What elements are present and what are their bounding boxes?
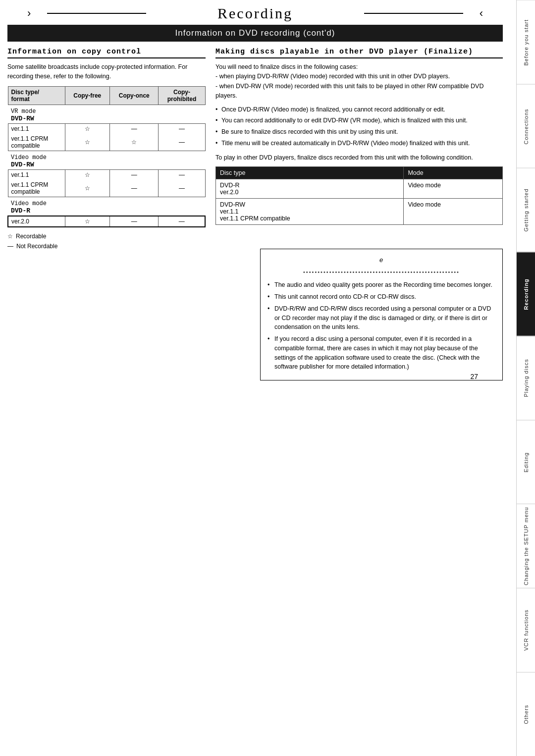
- bullet-item: Be sure to finalize discs recorded with …: [215, 127, 503, 137]
- legend-recordable-text: Recordable: [16, 231, 46, 241]
- sidebar-item-recording: Recording: [517, 252, 535, 336]
- sidebar-item-editing: Editing: [517, 420, 535, 504]
- legend-dash-symbol: —: [7, 241, 13, 251]
- title-arrow-left: ›: [27, 7, 31, 20]
- table-row: Video mode: [8, 197, 205, 207]
- disc-type-cell: DVD-RWver.1.1ver.1.1 CPRM compatible: [216, 198, 404, 224]
- finalize-title: Making discs playable in other DVD playe…: [215, 48, 503, 58]
- legend: ☆ Recordable — Not Recordable: [7, 231, 206, 252]
- col-header-disc-format: Disc type/format: [8, 86, 65, 105]
- sidebar-item-setup-menu: Changing the SETUP menu: [517, 504, 535, 588]
- col-header-copy-free: Copy-free: [65, 86, 110, 105]
- bullet-item: Title menu will be created automatically…: [215, 139, 503, 148]
- table-row: ver.1.1 ☆ — —: [8, 169, 205, 180]
- table-row: Video mode: [8, 151, 205, 161]
- copy-control-table: Disc type/format Copy-free Copy-once Cop…: [7, 86, 206, 227]
- sidebar-item-getting-started: Getting started: [517, 168, 535, 252]
- title-arrow-right: ‹: [480, 7, 483, 20]
- note-box-wrapper: e ••••••••••••••••••••••••••••••••••••••…: [260, 249, 503, 380]
- bullet-item: You can record additionally to or edit D…: [215, 116, 503, 125]
- finalize-closing-text: To play in other DVD players, finalize d…: [215, 153, 503, 162]
- table-row: ver.1.1 CPRMcompatible ☆ ☆ —: [8, 134, 205, 151]
- table-row: VR mode: [8, 105, 205, 115]
- mode-cell: Video mode: [404, 179, 503, 198]
- legend-recordable: ☆ Recordable: [7, 231, 206, 241]
- sidebar-item-playing-discs: Playing discs: [517, 336, 535, 420]
- copy-control-intro: Some satellite broadcasts include copy-p…: [7, 62, 206, 81]
- note-box-list: The audio and video quality gets poorer …: [268, 280, 495, 372]
- table-row: DVD-RWver.1.1ver.1.1 CPRM compatible Vid…: [216, 198, 503, 224]
- legend-not-recordable: — Not Recordable: [7, 241, 206, 251]
- section-header: Information on DVD recording (cont'd): [7, 25, 503, 42]
- finalize-bullets: Once DVD-R/RW (Video mode) is finalized,…: [215, 105, 503, 148]
- note-box: e ••••••••••••••••••••••••••••••••••••••…: [260, 249, 503, 380]
- note-item: If you record a disc using a personal co…: [268, 334, 495, 372]
- sidebar-item-connections: Connections: [517, 84, 535, 168]
- bullet-item: Once DVD-R/RW (Video mode) is finalized,…: [215, 105, 503, 114]
- disc-type-col-header: Disc type: [216, 166, 404, 179]
- table-row: ver.1.1 ☆ — —: [8, 123, 205, 134]
- sidebar-item-vcr-functions: VCR functions: [517, 588, 535, 672]
- sidebar-item-others: Others: [517, 672, 535, 756]
- table-row: DVD-Rver.2.0 Video mode: [216, 179, 503, 198]
- mode-col-header: Mode: [404, 166, 503, 179]
- copy-control-section: Information on copy control Some satelli…: [7, 48, 206, 251]
- finalize-section: Making discs playable in other DVD playe…: [215, 48, 503, 251]
- copy-control-title: Information on copy control: [7, 48, 206, 58]
- note-box-dots: ••••••••••••••••••••••••••••••••••••••••…: [268, 268, 495, 276]
- page-title: Recording: [208, 5, 303, 22]
- note-box-header: e: [268, 255, 495, 265]
- col-header-copy-prohibited: Copy-prohibited: [159, 86, 205, 105]
- note-item: DVD-R/RW and CD-R/RW discs recorded usin…: [268, 304, 495, 332]
- legend-star-symbol: ☆: [7, 231, 13, 241]
- sidebar-item-before-you-start: Before you start: [517, 0, 535, 84]
- disc-type-cell: DVD-Rver.2.0: [216, 179, 404, 198]
- disc-type-table: Disc type Mode DVD-Rver.2.0 Video mode D…: [215, 166, 503, 225]
- sidebar: Before you start Connections Getting sta…: [516, 0, 535, 756]
- table-row: DVD-RW: [8, 161, 205, 170]
- mode-cell: Video mode: [404, 198, 503, 224]
- note-item: The audio and video quality gets poorer …: [268, 280, 495, 290]
- table-row: ver.1.1 CPRMcompatible ☆ — —: [8, 180, 205, 197]
- legend-not-recordable-text: Not Recordable: [16, 241, 57, 251]
- table-row: DVD-RW: [8, 115, 205, 124]
- table-row: DVD-R: [8, 207, 205, 216]
- table-row: ver.2.0 ☆ — —: [8, 216, 205, 227]
- col-header-copy-once: Copy-once: [110, 86, 159, 105]
- finalize-intro-para1: You will need to finalize discs in the f…: [215, 62, 503, 101]
- note-item: This unit cannot record onto CD-R or CD-…: [268, 292, 495, 302]
- page-title-wrapper: › Recording ‹: [7, 5, 503, 22]
- page-number: 27: [470, 373, 478, 380]
